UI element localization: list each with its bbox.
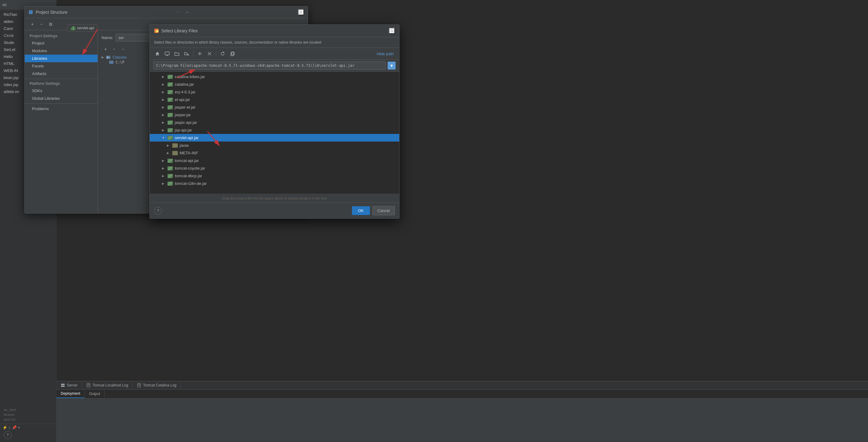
file-tree-item-catalina-tribes[interactable]: ▶ catalina-tribes.jar xyxy=(150,73,399,81)
filename-jsp-api: jsp-api.jar xyxy=(175,128,192,132)
svg-rect-24 xyxy=(61,385,65,387)
jar-icon-jaspic-api xyxy=(167,121,173,125)
tab-deployment[interactable]: Deployment xyxy=(56,389,85,398)
file-toolbar-left xyxy=(153,50,236,58)
filename-tomcat-dbcp: tomcat-dbcp.jar xyxy=(175,173,202,178)
ok-button[interactable]: OK xyxy=(352,206,370,215)
select-library-help-button[interactable]: ? xyxy=(154,207,162,215)
file-tree-item-ecj[interactable]: ▶ ecj-4.6.3.jar xyxy=(150,88,399,96)
add-content-button[interactable]: + xyxy=(111,45,119,53)
copy-path-icon xyxy=(230,51,235,56)
file-tree-item-tomcat-i18n[interactable]: ▶ tomcat-i18n-de.jar xyxy=(150,180,399,187)
jar-icon-tomcat-dbcp xyxy=(167,174,173,178)
select-library-footer: ? OK Cancel xyxy=(150,202,399,218)
tree-item-problems[interactable]: Problems xyxy=(25,105,98,113)
tree-item-sdks[interactable]: SDKs xyxy=(25,87,98,95)
desktop-button[interactable] xyxy=(163,50,171,58)
filter-icon[interactable]: ⚡ xyxy=(2,425,7,430)
classes-icon: ⚙ xyxy=(106,55,111,60)
file-tree-item-meta-inf[interactable]: ▶ META-INF xyxy=(150,149,399,157)
jar-icon-catalina xyxy=(167,82,173,87)
name-label: Name: xyxy=(101,35,113,40)
select-library-icon: 📁 xyxy=(154,28,159,33)
sort-icon[interactable]: ↕ xyxy=(8,425,11,430)
file-tree-item-jasper[interactable]: ▶ jasper.jar xyxy=(150,111,399,119)
sidebar-help-button[interactable]: ? xyxy=(4,431,11,439)
filename-ecj: ecj-4.6.3.jar xyxy=(175,90,195,94)
filename-jasper: jasper.jar xyxy=(175,113,191,117)
file-drop-hint: Drag and drop a file into the space abov… xyxy=(150,194,399,202)
tree-item-project[interactable]: Project xyxy=(25,39,98,47)
nav-forward-button[interactable]: → xyxy=(183,9,191,15)
tab-output[interactable]: Output xyxy=(85,389,104,398)
jar-icon-el-api xyxy=(167,98,173,102)
bottom-tab-server[interactable]: Server xyxy=(56,381,82,389)
copy-library-button[interactable]: ⧉ xyxy=(46,20,55,28)
add-class-button[interactable]: + xyxy=(101,45,110,53)
log-icon-2 xyxy=(137,383,141,387)
file-tree-item-servlet-api[interactable]: ▼ servlet-api.jar xyxy=(150,134,399,141)
server-icon xyxy=(61,383,65,387)
refresh-button[interactable] xyxy=(219,50,227,58)
svg-rect-2 xyxy=(73,26,74,30)
add-icon[interactable]: + xyxy=(18,425,21,430)
filename-javax: javax xyxy=(180,143,189,148)
nav-back-button[interactable]: ← xyxy=(175,9,182,15)
svg-rect-10 xyxy=(109,61,114,64)
file-tree-item-catalina[interactable]: ▶ catalina.jar xyxy=(150,81,399,88)
select-library-title: Select Library Files xyxy=(161,28,198,33)
chevron-catalina: ▶ xyxy=(162,83,165,86)
tree-item-facets[interactable]: Facets xyxy=(25,62,98,70)
new-folder-button[interactable] xyxy=(183,50,191,58)
project-structure-tree: Project Settings Project Modules Librari… xyxy=(25,30,98,213)
file-tree-item-javax[interactable]: ▶ javax xyxy=(150,141,399,149)
classes-label: Classes xyxy=(113,55,127,60)
classes-tree-item: C:\P xyxy=(116,60,124,64)
file-tree-item-jsp-api[interactable]: ▶ jsp-api.jar xyxy=(150,126,399,134)
remove-selection-button[interactable] xyxy=(206,50,214,58)
bottom-tab-tomcat-localhost[interactable]: Tomcat Localhost Log xyxy=(82,381,133,389)
file-tree-item-jasper-el[interactable]: ▶ jasper-el.jar xyxy=(150,103,399,111)
chevron-catalina-tribes: ▶ xyxy=(162,75,165,78)
file-tree-item-tomcat-api[interactable]: ▶ tomcat-api.jar xyxy=(150,157,399,164)
jar-icon-jasper-el xyxy=(167,105,173,109)
file-tree-item-tomcat-dbcp[interactable]: ▶ tomcat-dbcp.jar xyxy=(150,172,399,180)
toolbar-divider-2 xyxy=(216,51,216,57)
navigate-up-button[interactable] xyxy=(196,50,204,58)
bottom-tab-tomcat-catalina[interactable]: Tomcat Catalina Log xyxy=(133,381,181,389)
tree-item-global-libraries[interactable]: Global Libraries xyxy=(25,95,98,102)
chevron-jasper-el: ▶ xyxy=(162,105,165,109)
chevron-tomcat-coyote: ▶ xyxy=(162,166,165,170)
select-library-close-button[interactable]: ✕ xyxy=(389,28,395,34)
svg-rect-3 xyxy=(74,27,75,30)
bottom-panel: Server Tomcat Localhost Log Tomcat Catal… xyxy=(56,381,868,442)
filename-el-api: el-api.jar xyxy=(175,97,190,102)
folder-button[interactable] xyxy=(173,50,181,58)
file-tree-item-tomcat-coyote[interactable]: ▶ tomcat-coyote.jar xyxy=(150,164,399,172)
servlet-api-tooltip: servlet-api xyxy=(67,24,97,32)
jar-icon-jasper xyxy=(167,113,173,117)
file-browser-toolbar: Hide path xyxy=(150,48,399,60)
hide-path-button[interactable]: Hide path xyxy=(375,51,396,57)
add-jar-button[interactable]: + xyxy=(120,45,128,53)
path-bar: ▼ xyxy=(150,60,399,72)
cancel-button[interactable]: Cancel xyxy=(372,206,395,215)
tree-item-modules[interactable]: Modules xyxy=(25,47,98,55)
filename-jasper-el: jasper-el.jar xyxy=(175,105,195,109)
home-button[interactable] xyxy=(153,50,161,58)
file-tree-item-el-api[interactable]: ▶ el-api.jar xyxy=(150,96,399,103)
tree-item-artifacts[interactable]: Artifacts xyxy=(25,70,98,77)
svg-rect-13 xyxy=(165,52,169,55)
add-library-button[interactable]: + xyxy=(28,20,36,28)
file-tree-item-jaspic-api[interactable]: ▶ jaspic-api.jar xyxy=(150,119,399,126)
copy-path-button[interactable] xyxy=(228,50,236,58)
jar-icon-catalina-tribes xyxy=(167,75,173,79)
pin-icon[interactable]: 📌 xyxy=(12,425,17,430)
path-input[interactable] xyxy=(153,62,386,69)
project-structure-close-button[interactable]: ✕ xyxy=(298,9,304,15)
tree-item-libraries[interactable]: Libraries xyxy=(25,55,98,62)
jar-icon-tomcat-coyote xyxy=(167,166,173,170)
remove-icon xyxy=(207,51,212,56)
path-dropdown-button[interactable]: ▼ xyxy=(388,62,396,69)
remove-library-button[interactable]: − xyxy=(37,20,45,28)
